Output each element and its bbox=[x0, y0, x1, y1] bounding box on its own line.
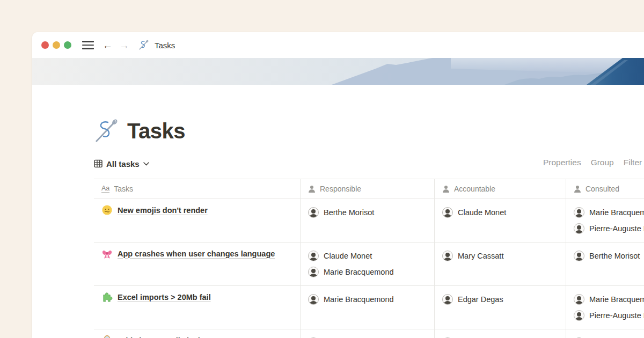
table-row: New emojis don't render Berthe Morisot C… bbox=[94, 199, 644, 243]
ribbon-bow-emoji bbox=[101, 248, 113, 259]
person-chip[interactable]: Pierre-Auguste Renoir bbox=[308, 335, 430, 338]
person-name: Berthe Morisot bbox=[324, 208, 374, 217]
traffic-lights bbox=[41, 41, 71, 49]
needle-icon bbox=[138, 40, 149, 50]
person-chip[interactable]: Claude Monet bbox=[442, 204, 561, 221]
avatar bbox=[574, 294, 584, 305]
person-name: Edgar Degas bbox=[458, 295, 503, 304]
person-name: Mary Cassatt bbox=[458, 252, 503, 260]
avatar bbox=[308, 294, 319, 305]
column-label: Responsible bbox=[320, 185, 361, 193]
page-cover-image[interactable] bbox=[32, 58, 644, 85]
avatar bbox=[442, 294, 453, 305]
task-page-link[interactable]: App crashes when user changes language bbox=[101, 248, 296, 259]
melting-face-emoji bbox=[101, 204, 113, 216]
current-view-name: All tasks bbox=[106, 159, 140, 168]
person-chip[interactable]: Pierre-Auguste Renoir bbox=[574, 221, 644, 237]
avatar bbox=[442, 251, 453, 261]
consulted-cell[interactable]: Berthe Morisot bbox=[566, 243, 644, 285]
person-chip[interactable]: Berthe Morisot bbox=[308, 204, 430, 221]
person-chip[interactable]: Marie Bracquemond bbox=[308, 291, 430, 307]
column-header-tasks[interactable]: Aa Tasks bbox=[94, 179, 301, 199]
task-title: Add alt text to all site images bbox=[118, 336, 225, 338]
task-cell: Excel imports > 20Mb fail bbox=[94, 286, 301, 329]
column-header-responsible[interactable]: Responsible bbox=[301, 179, 435, 199]
person-chip[interactable]: Marie Bracquemond bbox=[442, 335, 561, 338]
chevron-down-icon bbox=[143, 162, 149, 166]
responsible-cell[interactable]: Claude Monet Marie Bracquemond bbox=[301, 243, 435, 285]
person-chip[interactable]: Pierre-Auguste Renoir bbox=[574, 307, 644, 324]
person-chip[interactable]: Marie Bracquemond bbox=[308, 264, 430, 280]
person-name: Claude Monet bbox=[324, 252, 372, 260]
column-label: Consulted bbox=[586, 185, 619, 193]
minimize-window-icon[interactable] bbox=[53, 41, 60, 49]
close-window-icon[interactable] bbox=[41, 41, 49, 49]
person-name: Berthe Morisot bbox=[589, 252, 640, 260]
avatar bbox=[308, 267, 319, 277]
table-header-row: Aa Tasks Responsible Accountable Consult… bbox=[94, 179, 644, 199]
back-arrow-icon[interactable]: ← bbox=[103, 40, 113, 50]
column-header-accountable[interactable]: Accountable bbox=[435, 179, 566, 199]
person-chip[interactable]: Berthe Morisot bbox=[574, 248, 644, 264]
person-chip[interactable]: Mary Cassatt bbox=[442, 248, 561, 264]
responsible-cell[interactable]: Pierre-Auguste Renoir bbox=[301, 329, 435, 338]
avatar bbox=[574, 251, 584, 261]
page-header: Tasks bbox=[94, 118, 644, 144]
needle-icon[interactable] bbox=[94, 118, 120, 144]
responsible-cell[interactable]: Marie Bracquemond bbox=[301, 286, 435, 329]
tab-title[interactable]: Tasks bbox=[155, 41, 175, 50]
accountable-cell[interactable]: Edgar Degas bbox=[435, 286, 566, 329]
person-name: Pierre-Auguste Renoir bbox=[589, 311, 644, 320]
person-name: Marie Bracquemond bbox=[589, 208, 644, 217]
person-chip[interactable]: Berthe Morisot bbox=[574, 335, 644, 338]
avatar bbox=[574, 310, 584, 321]
column-label: Tasks bbox=[114, 185, 133, 193]
column-header-consulted[interactable]: Consulted bbox=[566, 179, 644, 199]
view-actions: Properties Group Filter bbox=[543, 158, 642, 167]
consulted-cell[interactable]: Marie Bracquemond Pierre-Auguste Renoir bbox=[566, 199, 644, 242]
task-page-link[interactable]: Excel imports > 20Mb fail bbox=[101, 291, 296, 303]
task-cell: App crashes when user changes language bbox=[94, 243, 301, 285]
avatar bbox=[308, 251, 319, 261]
accountable-cell[interactable]: Mary Cassatt bbox=[435, 243, 566, 285]
table-row: App crashes when user changes language C… bbox=[94, 243, 644, 286]
task-title: Excel imports > 20Mb fail bbox=[118, 293, 211, 302]
person-chip[interactable]: Marie Bracquemond bbox=[574, 204, 644, 221]
consulted-cell[interactable]: Marie Bracquemond Pierre-Auguste Renoir bbox=[566, 286, 644, 329]
view-switcher[interactable]: All tasks bbox=[94, 159, 149, 168]
person-chip[interactable]: Marie Bracquemond bbox=[574, 291, 644, 307]
page-content: Tasks All tasks Properties Group bbox=[32, 118, 644, 338]
person-property-icon bbox=[442, 186, 450, 193]
app-window: ← → Tasks bbox=[32, 32, 644, 338]
task-cell: New emojis don't render bbox=[94, 199, 301, 242]
sidebar-menu-icon[interactable] bbox=[82, 41, 94, 49]
group-button[interactable]: Group bbox=[591, 158, 614, 167]
table-row: Add alt text to all site images Pierre-A… bbox=[94, 329, 644, 338]
filter-button[interactable]: Filter bbox=[624, 158, 642, 167]
task-title: App crashes when user changes language bbox=[118, 249, 275, 258]
responsible-cell[interactable]: Berthe Morisot bbox=[301, 199, 435, 242]
avatar bbox=[574, 207, 584, 218]
puzzle-piece-emoji bbox=[101, 291, 113, 303]
page-title[interactable]: Tasks bbox=[127, 119, 185, 143]
person-property-icon bbox=[574, 186, 581, 193]
consulted-cell[interactable]: Berthe Morisot bbox=[566, 329, 644, 338]
zoom-window-icon[interactable] bbox=[64, 41, 71, 49]
mirror-emoji bbox=[101, 335, 113, 338]
avatar bbox=[308, 207, 319, 218]
titlebar: ← → Tasks bbox=[32, 32, 644, 58]
properties-button[interactable]: Properties bbox=[543, 158, 581, 167]
person-name: Marie Bracquemond bbox=[324, 295, 394, 304]
person-property-icon bbox=[308, 186, 316, 193]
forward-arrow-icon[interactable]: → bbox=[119, 40, 129, 50]
person-chip[interactable]: Claude Monet bbox=[308, 248, 430, 264]
person-name: Marie Bracquemond bbox=[589, 295, 644, 304]
task-page-link[interactable]: New emojis don't render bbox=[101, 204, 296, 216]
view-bar: All tasks Properties Group Filter bbox=[94, 156, 644, 172]
task-page-link[interactable]: Add alt text to all site images bbox=[101, 335, 296, 338]
task-title: New emojis don't render bbox=[118, 206, 208, 215]
accountable-cell[interactable]: Claude Monet bbox=[435, 199, 566, 242]
person-chip[interactable]: Edgar Degas bbox=[442, 291, 561, 307]
accountable-cell[interactable]: Marie Bracquemond bbox=[435, 329, 566, 338]
text-property-icon: Aa bbox=[101, 185, 109, 193]
